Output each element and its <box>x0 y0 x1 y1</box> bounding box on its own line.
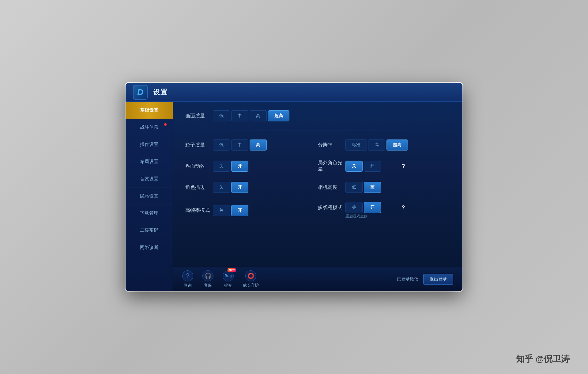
footer-right: 已登录微信 退出登录 <box>397 274 453 285</box>
char-outline-label: 角色描边 <box>185 184 213 191</box>
divider-1 <box>185 131 450 131</box>
lobby-glow-help[interactable]: ? <box>402 163 405 170</box>
particle-resolution-row: 粒子质量 低 中 高 分辨率 标准 高 超高 <box>185 139 450 151</box>
guardian-icon: ⭕ <box>245 270 256 281</box>
multithread-on[interactable]: 开 <box>364 202 381 213</box>
sidebar-item-battle[interactable]: 战斗信息 <box>126 119 173 136</box>
header: D 设置 <box>126 83 462 102</box>
logged-in-label: 已登录微信 <box>397 277 418 282</box>
sidebar-item-network[interactable]: 网络诊断 <box>126 239 173 256</box>
logout-button[interactable]: 退出登录 <box>423 274 453 285</box>
watermark: 知乎 @倪卫涛 <box>516 353 570 365</box>
service-icon: 🎧 <box>202 270 213 281</box>
high-fps-buttons: 关 开 <box>213 205 248 216</box>
sidebar-item-basic[interactable]: 基础设置 <box>126 102 173 119</box>
resolution-buttons: 标准 高 超高 <box>345 139 408 151</box>
image-quality-buttons: 低 中 高 超高 <box>213 110 289 121</box>
particle-label: 粒子质量 <box>185 142 213 148</box>
image-quality-row: 画面质量 低 中 高 超高 <box>185 110 450 121</box>
sidebar: 基础设置 战斗信息 操作设置 布局设置 音效设置 隐私设置 下载管理 二级 <box>126 102 173 291</box>
ui-animation-label: 界面动效 <box>185 163 213 170</box>
lobby-glow-buttons: 关 开 <box>345 161 381 172</box>
multithread-off[interactable]: 关 <box>345 202 363 213</box>
sidebar-item-operation[interactable]: 操作设置 <box>126 136 173 153</box>
footer-bug[interactable]: Bug New 提交 <box>223 270 234 288</box>
sidebar-item-privacy[interactable]: 隐私设置 <box>126 188 173 205</box>
multithread-subtext: 重启游戏生效 <box>345 214 368 218</box>
ui-animation-on[interactable]: 开 <box>231 161 248 172</box>
app-window: D 设置 基础设置 战斗信息 操作设置 布局设置 音效设置 隐私设置 <box>126 83 462 291</box>
lobby-glow-label: 局外角色光晕 <box>318 160 345 173</box>
sidebar-item-layout[interactable]: 布局设置 <box>126 153 173 170</box>
particle-buttons: 低 中 高 <box>213 139 267 151</box>
char-outline-buttons: 关 开 <box>213 182 248 193</box>
particle-mid[interactable]: 中 <box>231 139 248 151</box>
camera-high[interactable]: 高 <box>364 182 381 193</box>
footer-inquiry[interactable]: ? 查询 <box>182 270 193 288</box>
resolution-ultra[interactable]: 超高 <box>386 139 408 151</box>
image-quality-high[interactable]: 高 <box>250 110 267 121</box>
fps-multithread-row: 高帧率模式 关 开 多线程模式 关 开 ? <box>185 202 450 219</box>
ui-animation-buttons: 关 开 <box>213 161 248 172</box>
multithread-buttons: 关 开 <box>345 202 381 213</box>
notification-dot <box>164 123 167 126</box>
settings-content: 画面质量 低 中 高 超高 粒子质量 低 中 <box>173 102 462 267</box>
high-fps-label: 高帧率模式 <box>185 207 213 214</box>
camera-height-buttons: 低 高 <box>345 182 381 193</box>
footer: ? 查询 🎧 客服 Bug New 提交 <box>173 267 462 291</box>
new-badge: New <box>228 268 236 272</box>
image-quality-label: 画面质量 <box>185 113 213 119</box>
main-layout: 基础设置 战斗信息 操作设置 布局设置 音效设置 隐私设置 下载管理 二级 <box>126 102 462 291</box>
animation-glow-row: 界面动效 关 开 局外角色光晕 关 开 ? <box>185 160 450 173</box>
app-logo: D <box>133 85 148 100</box>
sidebar-item-audio[interactable]: 音效设置 <box>126 170 173 188</box>
multithread-label: 多线程模式 <box>318 204 345 211</box>
resolution-high[interactable]: 高 <box>368 139 385 151</box>
page-title: 设置 <box>153 88 168 97</box>
char-outline-off[interactable]: 关 <box>213 182 230 193</box>
particle-high[interactable]: 高 <box>250 139 267 151</box>
char-outline-on[interactable]: 开 <box>231 182 248 193</box>
resolution-standard[interactable]: 标准 <box>345 139 367 151</box>
footer-service[interactable]: 🎧 客服 <box>202 270 213 288</box>
inquiry-icon: ? <box>182 270 193 281</box>
outline-camera-row: 角色描边 关 开 相机高度 低 高 <box>185 182 450 193</box>
high-fps-on[interactable]: 开 <box>231 205 248 216</box>
footer-guardian[interactable]: ⭕ 成长守护 <box>243 270 259 288</box>
camera-low[interactable]: 低 <box>345 182 363 193</box>
sidebar-item-password[interactable]: 二级密码 <box>126 222 173 239</box>
ui-animation-off[interactable]: 关 <box>213 161 230 172</box>
lobby-glow-off[interactable]: 关 <box>345 161 363 172</box>
high-fps-off[interactable]: 关 <box>213 205 230 216</box>
camera-height-label: 相机高度 <box>318 184 345 191</box>
image-quality-low[interactable]: 低 <box>213 110 230 121</box>
lobby-glow-on[interactable]: 开 <box>364 161 381 172</box>
image-quality-mid[interactable]: 中 <box>231 110 248 121</box>
image-quality-ultra[interactable]: 超高 <box>268 110 289 121</box>
particle-low[interactable]: 低 <box>213 139 230 151</box>
bug-icon: Bug New <box>223 270 234 281</box>
multithread-help[interactable]: ? <box>402 204 405 211</box>
sidebar-item-download[interactable]: 下载管理 <box>126 205 173 222</box>
resolution-label: 分辨率 <box>318 142 345 148</box>
footer-actions: ? 查询 🎧 客服 Bug New 提交 <box>182 270 259 288</box>
